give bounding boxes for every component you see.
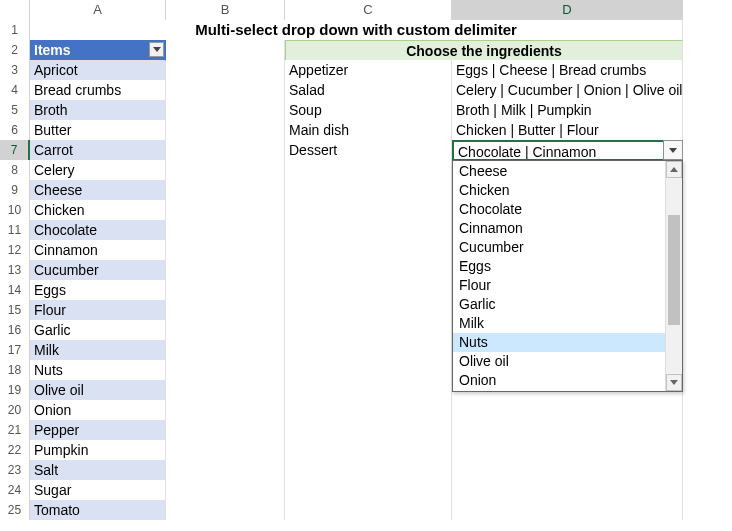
filter-button[interactable]	[149, 42, 164, 57]
scroll-up-button[interactable]	[666, 161, 682, 178]
row-header-4[interactable]: 4	[0, 80, 30, 101]
cell-A22[interactable]: Pumpkin	[30, 440, 166, 461]
row-header-3[interactable]: 3	[0, 60, 30, 81]
cell-D21[interactable]	[452, 420, 683, 441]
cell-A9[interactable]: Cheese	[30, 180, 166, 201]
cell-B9[interactable]	[166, 180, 285, 201]
page-title[interactable]: Multi-select drop down with custom delim…	[30, 20, 683, 41]
row-header-23[interactable]: 23	[0, 460, 30, 481]
cell-C25[interactable]	[285, 500, 452, 520]
cell-C16[interactable]	[285, 320, 452, 341]
cell-C9[interactable]	[285, 180, 452, 201]
cell-B10[interactable]	[166, 200, 285, 221]
cell-A5[interactable]: Broth	[30, 100, 166, 121]
cell-D7-selected[interactable]: Chocolate | Cinnamon	[452, 140, 683, 161]
cell-D3[interactable]: Eggs | Cheese | Bread crumbs	[452, 60, 683, 81]
row-header-13[interactable]: 13	[0, 260, 30, 281]
cell-D6[interactable]: Chicken | Butter | Flour	[452, 120, 683, 141]
row-header-14[interactable]: 14	[0, 280, 30, 301]
cell-C7[interactable]: Dessert	[285, 140, 452, 161]
cell-B19[interactable]	[166, 380, 285, 401]
row-header-1[interactable]: 1	[0, 20, 30, 41]
col-header-A[interactable]: A	[30, 0, 166, 22]
cell-B13[interactable]	[166, 260, 285, 281]
dropdown-option[interactable]: Cheese	[453, 162, 665, 181]
cell-B3[interactable]	[166, 60, 285, 81]
cell-B11[interactable]	[166, 220, 285, 241]
row-header-10[interactable]: 10	[0, 200, 30, 221]
row-header-12[interactable]: 12	[0, 240, 30, 261]
row-header-11[interactable]: 11	[0, 220, 30, 241]
cell-A10[interactable]: Chicken	[30, 200, 166, 221]
row-header-9[interactable]: 9	[0, 180, 30, 201]
dropdown-option[interactable]: Chicken	[453, 181, 665, 200]
corner-cell[interactable]	[0, 0, 30, 22]
dropdown-option[interactable]: Olive oil	[453, 352, 665, 371]
cell-D5[interactable]: Broth | Milk | Pumpkin	[452, 100, 683, 121]
cell-C13[interactable]	[285, 260, 452, 281]
cell-D22[interactable]	[452, 440, 683, 461]
cell-C10[interactable]	[285, 200, 452, 221]
row-header-19[interactable]: 19	[0, 380, 30, 401]
row-header-20[interactable]: 20	[0, 400, 30, 421]
cell-C23[interactable]	[285, 460, 452, 481]
cell-A4[interactable]: Bread crumbs	[30, 80, 166, 101]
row-header-22[interactable]: 22	[0, 440, 30, 461]
cell-B6[interactable]	[166, 120, 285, 141]
cell-B21[interactable]	[166, 420, 285, 441]
row-header-17[interactable]: 17	[0, 340, 30, 361]
cell-C4[interactable]: Salad	[285, 80, 452, 101]
cell-B22[interactable]	[166, 440, 285, 461]
cell-C18[interactable]	[285, 360, 452, 381]
cell-B24[interactable]	[166, 480, 285, 501]
cell-C17[interactable]	[285, 340, 452, 361]
cell-D23[interactable]	[452, 460, 683, 481]
cell-A17[interactable]: Milk	[30, 340, 166, 361]
cell-B7[interactable]	[166, 140, 285, 161]
cell-C6[interactable]: Main dish	[285, 120, 452, 141]
col-header-D[interactable]: D	[452, 0, 683, 22]
cell-B14[interactable]	[166, 280, 285, 301]
row-header-25[interactable]: 25	[0, 500, 30, 520]
col-header-B[interactable]: B	[166, 0, 285, 22]
cell-B4[interactable]	[166, 80, 285, 101]
cell-C8[interactable]	[285, 160, 452, 181]
row-header-7[interactable]: 7	[0, 140, 30, 161]
cell-D25[interactable]	[452, 500, 683, 520]
cell-A16[interactable]: Garlic	[30, 320, 166, 341]
row-header-18[interactable]: 18	[0, 360, 30, 381]
cell-A19[interactable]: Olive oil	[30, 380, 166, 401]
dropdown-option[interactable]: Cinnamon	[453, 219, 665, 238]
col-header-C[interactable]: C	[285, 0, 452, 22]
cell-A11[interactable]: Chocolate	[30, 220, 166, 241]
choose-header-cell[interactable]: Choose the ingredients	[285, 40, 683, 61]
cell-D20[interactable]	[452, 400, 683, 421]
row-header-16[interactable]: 16	[0, 320, 30, 341]
row-header-5[interactable]: 5	[0, 100, 30, 121]
row-header-15[interactable]: 15	[0, 300, 30, 321]
cell-D24[interactable]	[452, 480, 683, 501]
row-header-2[interactable]: 2	[0, 40, 30, 61]
cell-D4[interactable]: Celery | Cucumber | Onion | Olive oil	[452, 80, 683, 101]
cell-B25[interactable]	[166, 500, 285, 520]
cell-B16[interactable]	[166, 320, 285, 341]
cell-A25[interactable]: Tomato	[30, 500, 166, 520]
cell-A6[interactable]: Butter	[30, 120, 166, 141]
cell-C5[interactable]: Soup	[285, 100, 452, 121]
cell-B15[interactable]	[166, 300, 285, 321]
dropdown-option[interactable]: Garlic	[453, 295, 665, 314]
cell-C14[interactable]	[285, 280, 452, 301]
row-header-6[interactable]: 6	[0, 120, 30, 141]
cell-C24[interactable]	[285, 480, 452, 501]
dropdown-option[interactable]: Cucumber	[453, 238, 665, 257]
dropdown-option[interactable]: Onion	[453, 371, 665, 390]
cell-C19[interactable]	[285, 380, 452, 401]
cell-C22[interactable]	[285, 440, 452, 461]
cell-B12[interactable]	[166, 240, 285, 261]
cell-A21[interactable]: Pepper	[30, 420, 166, 441]
dropdown-list[interactable]: Cheese Chicken Chocolate Cinnamon Cucumb…	[453, 161, 665, 391]
cell-A24[interactable]: Sugar	[30, 480, 166, 501]
scroll-thumb[interactable]	[668, 215, 680, 325]
cell-C15[interactable]	[285, 300, 452, 321]
dropdown-scrollbar[interactable]	[665, 161, 682, 391]
